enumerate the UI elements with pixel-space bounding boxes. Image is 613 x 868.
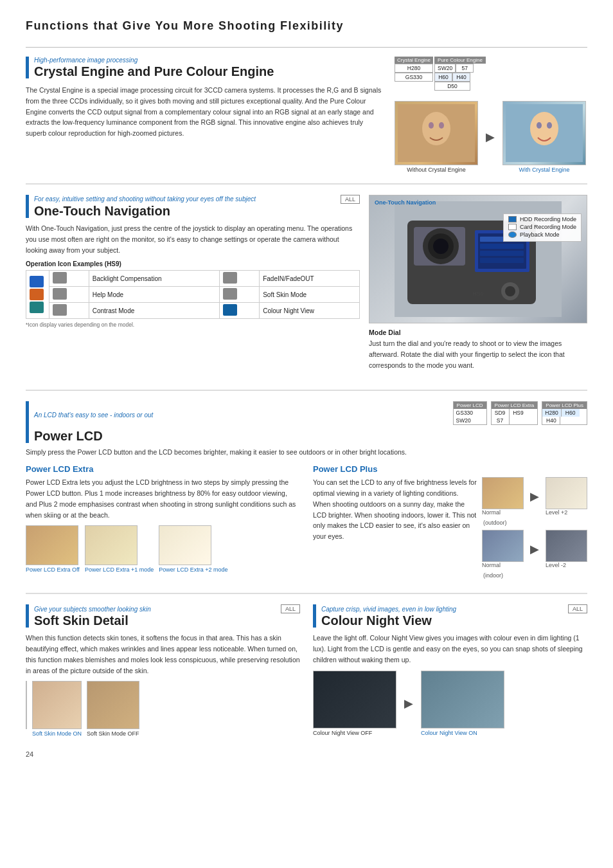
extra-img-plus1: Power LCD Extra +1 mode <box>85 525 154 573</box>
op-backlight-icon <box>49 271 89 287</box>
cn-label-off: Colour Night View OFF <box>313 730 396 736</box>
soft-skin-body: When this function detects skin tones, i… <box>26 633 300 676</box>
extra-img-off-img <box>26 525 78 565</box>
crystal-engine-images: Without Crystal Engine ▶ With Crystal En… <box>395 101 586 173</box>
table-row: Help Mode Soft Skin Mode <box>26 287 360 303</box>
op-fadein-icon <box>220 271 260 287</box>
power-lcd-title: Power LCD <box>34 429 587 443</box>
soft-label-off: Soft Skin Mode OFF <box>87 730 139 737</box>
plcd-extra-box: Power LCD Extra SD9 HS9 S7 <box>491 401 538 425</box>
divider-2 <box>26 390 587 391</box>
divider-3 <box>26 593 587 594</box>
plcd-plus-box: Power LCD Plus H280 H60 H40 <box>542 401 587 425</box>
crystal-engine-left: High-performance image processing Crysta… <box>26 57 386 173</box>
plcd-sw20: SW20 <box>454 417 474 424</box>
card-label: Card Recording Mode <box>520 224 576 230</box>
colour-night-imgs: Colour Night View OFF ▶ Colour Night Vie… <box>313 671 587 736</box>
plcd-extra-header: Power LCD Extra <box>492 402 538 409</box>
one-touch-subtitle: For easy, intuitive setting and shooting… <box>34 195 256 203</box>
plus-row-1: Normal ▶ Level +2 <box>482 477 587 516</box>
svg-point-2 <box>429 122 434 129</box>
badge-crystal-header: Crystal Engine <box>395 57 433 64</box>
extra-img-plus2-label: Power LCD Extra +2 mode <box>159 566 227 573</box>
plcd-sd9: SD9 <box>492 409 510 417</box>
op-soft-icon <box>220 287 260 303</box>
plus-label-minus2: Level -2 <box>546 562 587 568</box>
power-lcd-cols: Power LCD Extra Power LCD Extra lets you… <box>26 464 587 579</box>
power-lcd-plus-content: You can set the LCD to any of five brigh… <box>313 477 587 579</box>
badge-h40: H40 <box>452 73 470 82</box>
svg-rect-19 <box>480 244 524 249</box>
soft-img-1 <box>26 681 27 737</box>
colour-night-section: Capture crisp, vivid images, even in low… <box>313 604 587 739</box>
op-icon-help <box>53 288 67 300</box>
cn-thumb-off <box>313 671 396 728</box>
play-label: Playback Mode <box>520 231 560 238</box>
divider-1 <box>26 183 587 185</box>
plus-outdoor-labels: (outdoor) <box>483 520 587 526</box>
soft-skin-imgs: Soft Skin Mode ON Soft Skin Mode OFF <box>26 681 300 737</box>
power-lcd-badge-row: Power LCD GS330 SW20 Power LCD Extra SD9… <box>453 401 587 425</box>
op-icon-fade <box>223 272 237 284</box>
svg-point-6 <box>537 122 542 129</box>
plcd-57: S7 <box>492 417 510 424</box>
power-lcd-body: Simply press the Power LCD button and th… <box>26 447 587 458</box>
colour-night-all-badge: ALL <box>568 604 587 613</box>
svg-point-3 <box>439 122 444 129</box>
plcd-h60: H60 <box>562 409 580 417</box>
plus-level-plus2: Level +2 <box>546 477 587 516</box>
plus-thumb-normal-indoor <box>482 530 524 562</box>
cn-arrow: ▶ <box>403 696 414 710</box>
without-crystal-img <box>395 101 478 165</box>
colour-night-subtitle: Capture crisp, vivid images, even in low… <box>321 606 456 613</box>
colour-night-title: Colour Night View <box>321 613 587 628</box>
table-row: Contrast Mode Colour Night View <box>26 303 360 319</box>
power-lcd-extra-col: Power LCD Extra Power LCD Extra lets you… <box>26 464 300 579</box>
one-touch-title: One-Touch Navigation <box>34 204 360 218</box>
icon-note: *Icon display varies depending on the mo… <box>26 321 360 328</box>
main-op-icons <box>26 271 49 319</box>
extra-img-plus1-label: Power LCD Extra +1 mode <box>85 566 154 573</box>
plus-indoor-labels: (indoor) <box>483 572 587 579</box>
plus-normal-indoor: Normal <box>482 530 524 568</box>
op-fadein-label: FadeIN/FadeOUT <box>260 271 360 287</box>
card-mode-item: Card Recording Mode <box>508 224 576 230</box>
op-icons-table: Backlight Compensation FadeIN/FadeOUT He… <box>26 270 360 319</box>
svg-rect-21 <box>480 258 524 263</box>
plus-label-normal-indoor: Normal <box>482 562 524 568</box>
power-lcd-plus-body: You can set the LCD to any of five brigh… <box>313 477 477 574</box>
soft-skin-section: Give your subjects smoother looking skin… <box>26 604 300 739</box>
op-help-icon <box>49 287 89 303</box>
op-icon-3 <box>30 302 44 313</box>
crystal-engine-body: The Crystal Engine is a special image pr… <box>26 85 386 139</box>
soft-skin-subtitle: Give your subjects smoother looking skin <box>34 606 151 613</box>
mode-icons-overlay: HDD Recording Mode Card Recording Mode P… <box>503 213 582 242</box>
mode-dial-title: Mode Dial <box>369 329 587 336</box>
extra-img-plus1-img <box>85 525 138 565</box>
hdd-mode-item: HDD Recording Mode <box>508 216 576 222</box>
crystal-engine-badge: Crystal Engine H280 GS330 Pure Colour En… <box>395 57 486 91</box>
soft-skin-title: Soft Skin Detail <box>34 613 300 628</box>
page-number: 24 <box>26 750 587 758</box>
plcd-extra-empty <box>510 417 528 424</box>
op-icon-contrast <box>53 304 67 316</box>
plus-thumb-minus2 <box>546 530 587 562</box>
plcd-power-header: Power LCD <box>454 402 486 409</box>
plcd-h280: H280 <box>542 409 561 417</box>
op-colour-icon <box>220 303 260 319</box>
one-touch-body: With One-Touch Navigation, just press th… <box>26 223 360 255</box>
table-row: Backlight Compensation FadeIN/FadeOUT <box>26 271 360 287</box>
without-crystal-label: Without Crystal Engine <box>395 167 478 173</box>
extra-img-plus2: Power LCD Extra +2 mode <box>159 525 227 573</box>
one-touch-right: One-Touch Navigation <box>369 195 587 375</box>
op-icon-colour <box>223 304 237 316</box>
badge-57: 57 <box>456 64 474 73</box>
plus-label-plus2: Level +2 <box>546 509 587 516</box>
colour-night-on: Colour Night View ON <box>421 671 504 736</box>
op-backlight-label: Backlight Compensation <box>89 271 220 287</box>
badge-gs330: GS330 <box>395 73 433 82</box>
hdd-label: HDD Recording Mode <box>520 216 576 222</box>
power-lcd-extra-body: Power LCD Extra lets you adjust the LCD … <box>26 477 300 520</box>
with-crystal-svg <box>506 104 583 162</box>
power-lcd-extra-title: Power LCD Extra <box>26 464 300 474</box>
